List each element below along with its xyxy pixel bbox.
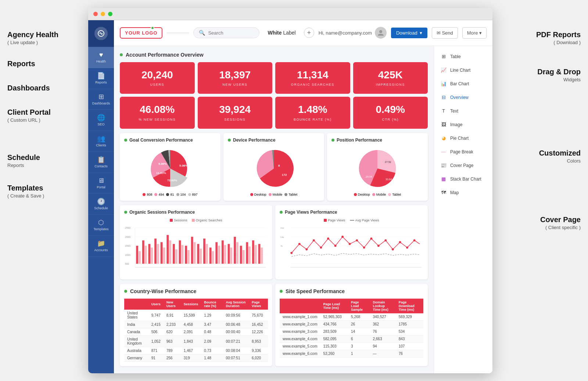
close-dot[interactable] (93, 12, 98, 16)
svg-text:5.08%: 5.08% (158, 162, 167, 165)
td-views: 9,336 (249, 347, 268, 355)
speed-table-body: www.example_1.com 52,965,303 5,268 340,5… (280, 313, 423, 357)
td-download: 1785 (396, 321, 423, 328)
svg-text:21k: 21k (280, 227, 284, 229)
td-duration: 00:07:21 (223, 336, 249, 347)
td-new-users: 2,233 (164, 321, 181, 328)
maximize-dot[interactable] (108, 12, 112, 16)
sidebar: ♥ Health 📄 Reports ⊞ Dashboards 🌐 SEO 👥 (88, 20, 114, 373)
sidebar-item-portal[interactable]: 🖥 Portal (88, 173, 114, 194)
svg-text:8: 8 (278, 164, 280, 167)
widget-table[interactable]: ⊞ Table (435, 50, 491, 63)
widget-image[interactable]: 🖼 Image (435, 118, 491, 131)
svg-point-78 (327, 238, 329, 240)
sidebar-item-dashboards[interactable]: ⊞ Dashboards (88, 89, 114, 110)
top-header: YouR Logo 🔍 White Label + (114, 20, 492, 46)
table-row: www.example_1.com 52,965,303 5,268 340,5… (280, 313, 423, 321)
position-dot (331, 139, 334, 142)
search-input[interactable] (208, 30, 252, 36)
metric-label-bounce: BOUNCE RATE (%) (281, 118, 344, 121)
pv-square-pageviews (324, 219, 327, 222)
position-performance-header: Position Performance (331, 138, 423, 143)
svg-rect-25 (145, 246, 147, 264)
widget-bar-chart[interactable]: 📊 Bar Chart (435, 77, 491, 90)
pv-square-avg (350, 220, 354, 221)
svg-rect-26 (148, 244, 150, 264)
widget-map[interactable]: 🗺 Map (435, 186, 491, 199)
more-button[interactable]: More ▾ (462, 27, 487, 39)
minimize-dot[interactable] (101, 12, 105, 16)
sidebar-item-clients[interactable]: 👥 Clients (88, 131, 114, 152)
svg-text:14k: 14k (280, 236, 284, 238)
ann-sub-client-portal: ( Custom URL ) (7, 117, 81, 123)
position-legend-mobile: Mobile (372, 193, 386, 196)
td-url: www.example_5.com (280, 343, 320, 350)
metric-value-users: 20,240 (126, 70, 189, 81)
widget-page-break[interactable]: — Page Break (435, 145, 491, 159)
send-button[interactable]: ✉ Send (432, 27, 458, 39)
td-sample: 5,268 (348, 313, 370, 321)
svg-rect-35 (175, 249, 178, 264)
td-download: 76 (396, 350, 423, 357)
metric-value-new-users: 18,397 (204, 70, 267, 81)
site-speed-section: Site Speed Performance Page Load Time (m… (275, 284, 428, 366)
sidebar-item-contacts[interactable]: 📋 Contacts (88, 152, 114, 173)
col-duration: Avg Session Duration (223, 299, 249, 310)
ann-sub-cover: ( Client specific ) (500, 225, 581, 230)
td-users: 91 (148, 355, 164, 362)
sidebar-item-schedule[interactable]: 🕐 Schedule (88, 194, 114, 215)
metric-label-new-sessions: % NEW SESSIONS (126, 118, 189, 121)
svg-rect-40 (191, 237, 193, 264)
widget-pie-chart[interactable]: ◕ Pie Chart (435, 132, 491, 145)
widget-text[interactable]: T Text (435, 104, 491, 118)
download-button[interactable]: Download ▾ (391, 28, 427, 38)
metric-value-new-sessions: 46.08% (126, 104, 189, 115)
widget-stack-bar[interactable]: ▦ Stack Bar Chart (435, 172, 491, 186)
sidebar-item-reports[interactable]: 📄 Reports (88, 68, 114, 89)
device-dot-tablet (284, 193, 287, 196)
widget-overview-icon: ⊟ (440, 94, 447, 101)
svg-point-75 (305, 248, 308, 250)
sidebar-logo-area (88, 20, 114, 47)
svg-rect-32 (166, 235, 169, 264)
td-country: Australia (124, 347, 148, 355)
metric-card-bounce: 1.48% BOUNCE RATE (%) (275, 97, 350, 129)
legend-dot-4 (188, 193, 191, 196)
widget-line-chart[interactable]: 📈 Line Chart (435, 64, 491, 77)
svg-rect-61 (255, 245, 257, 264)
report-main: Account Performance Overview 20,240 USER… (114, 46, 434, 373)
td-views: 6,020 (249, 355, 268, 362)
sidebar-item-templates[interactable]: ⬡ Templates (88, 215, 114, 236)
sidebar-item-health[interactable]: ♥ Health (88, 47, 114, 68)
svg-rect-23 (139, 251, 141, 264)
legend-label-3: 104 (180, 193, 186, 196)
legend-item-4: 897 (188, 193, 198, 196)
widget-cover-page[interactable]: 📰 Cover Page (435, 159, 491, 172)
widget-stack-label: Stack Bar Chart (450, 177, 481, 182)
td-load: 434,766 (320, 321, 348, 328)
svg-rect-58 (246, 242, 248, 264)
svg-point-88 (399, 241, 401, 243)
td-duration: 00:07:51 (223, 355, 249, 362)
organic-sessions-card: Organic Sessions Performance Sessions (120, 205, 272, 279)
add-button[interactable]: + (304, 28, 314, 38)
metric-card-users: 20,240 USERS (120, 62, 195, 94)
sidebar-item-seo[interactable]: 🌐 SEO (88, 110, 114, 131)
ann-title-cover: Cover Page (500, 215, 581, 224)
health-icon: ♥ (99, 51, 103, 58)
search-bar[interactable]: 🔍 (193, 27, 259, 38)
organic-legend-row: Sessions Organic Searches (124, 218, 268, 222)
col-users: Users (148, 299, 164, 310)
td-sample: 14 (348, 328, 370, 335)
sidebar-label-seo: SEO (97, 122, 104, 126)
td-lookup: 340,527 (370, 313, 395, 321)
td-bounce: 1.29 (201, 310, 223, 321)
metric-label-sessions: SESSIONS (204, 118, 267, 121)
sidebar-item-accounts[interactable]: 📁 Accounts (88, 236, 114, 257)
metric-card-new-sessions: 46.08% % NEW SESSIONS (120, 97, 195, 129)
metrics-grid: 20,240 USERS 18,397 NEW USERS 11,314 ORG… (120, 62, 428, 129)
svg-text:2500: 2500 (125, 227, 130, 229)
pie-charts-row: Goal Conversion Performance (120, 133, 428, 201)
svg-rect-41 (194, 242, 196, 264)
widget-overview[interactable]: ⊟ Overview (435, 91, 491, 104)
